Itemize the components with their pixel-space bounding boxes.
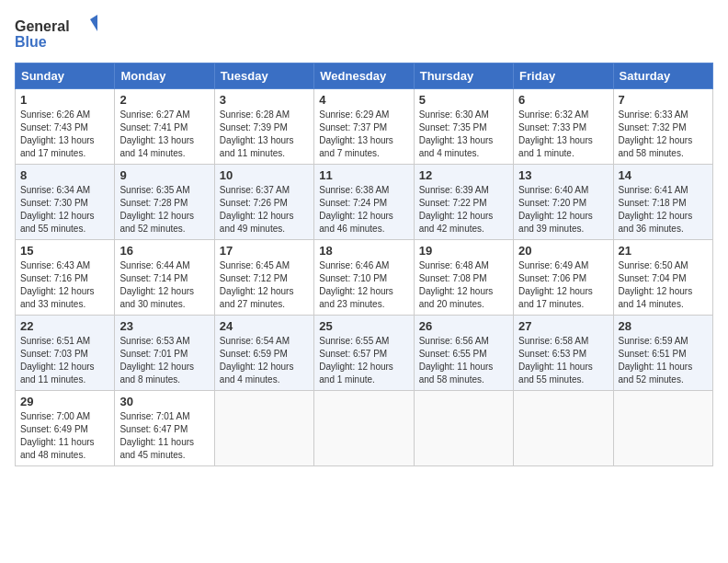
header-day-friday: Friday	[514, 63, 613, 89]
day-number: 14	[619, 168, 708, 182]
logo-icon: GeneralBlue	[15, 15, 97, 52]
week-row-4: 22Sunrise: 6:51 AM Sunset: 7:03 PM Dayli…	[16, 316, 713, 391]
day-info: Sunrise: 6:29 AM Sunset: 7:37 PM Dayligh…	[319, 109, 408, 160]
day-cell: 20Sunrise: 6:49 AM Sunset: 7:06 PM Dayli…	[514, 240, 613, 316]
header-day-thursday: Thursday	[414, 63, 513, 89]
day-cell: 4Sunrise: 6:29 AM Sunset: 7:37 PM Daylig…	[314, 89, 414, 165]
day-cell: 19Sunrise: 6:48 AM Sunset: 7:08 PM Dayli…	[414, 240, 513, 316]
day-info: Sunrise: 6:35 AM Sunset: 7:28 PM Dayligh…	[119, 184, 209, 236]
day-cell: 11Sunrise: 6:38 AM Sunset: 7:24 PM Dayli…	[314, 165, 414, 240]
day-number: 22	[20, 319, 109, 333]
day-number: 19	[419, 244, 508, 258]
day-number: 27	[518, 319, 608, 333]
day-info: Sunrise: 6:53 AM Sunset: 7:01 PM Dayligh…	[119, 335, 209, 386]
day-cell: 30Sunrise: 7:01 AM Sunset: 6:47 PM Dayli…	[115, 391, 214, 466]
day-number: 4	[319, 93, 408, 107]
day-info: Sunrise: 6:30 AM Sunset: 7:35 PM Dayligh…	[419, 109, 508, 160]
day-number: 12	[419, 168, 508, 182]
day-cell: 2Sunrise: 6:27 AM Sunset: 7:41 PM Daylig…	[115, 89, 214, 165]
logo: GeneralBlue	[15, 15, 97, 52]
header-day-sunday: Sunday	[16, 63, 115, 89]
day-info: Sunrise: 6:32 AM Sunset: 7:33 PM Dayligh…	[518, 109, 608, 160]
day-cell: 12Sunrise: 6:39 AM Sunset: 7:22 PM Dayli…	[414, 165, 513, 240]
day-number: 28	[619, 319, 708, 333]
svg-text:General: General	[15, 18, 70, 34]
week-row-2: 8Sunrise: 6:34 AM Sunset: 7:30 PM Daylig…	[16, 165, 713, 240]
day-info: Sunrise: 6:33 AM Sunset: 7:32 PM Dayligh…	[619, 109, 708, 160]
day-info: Sunrise: 6:54 AM Sunset: 6:59 PM Dayligh…	[220, 335, 309, 386]
day-info: Sunrise: 6:28 AM Sunset: 7:39 PM Dayligh…	[220, 109, 309, 160]
day-cell: 27Sunrise: 6:58 AM Sunset: 6:53 PM Dayli…	[514, 316, 613, 391]
day-number: 29	[20, 395, 109, 408]
day-info: Sunrise: 6:59 AM Sunset: 6:51 PM Dayligh…	[619, 335, 708, 386]
day-cell	[414, 391, 513, 466]
day-info: Sunrise: 6:38 AM Sunset: 7:24 PM Dayligh…	[319, 184, 408, 236]
day-number: 23	[119, 319, 209, 333]
day-cell: 3Sunrise: 6:28 AM Sunset: 7:39 PM Daylig…	[214, 89, 313, 165]
day-number: 13	[518, 168, 608, 182]
svg-text:Blue: Blue	[15, 34, 47, 50]
day-info: Sunrise: 6:50 AM Sunset: 7:04 PM Dayligh…	[619, 259, 708, 311]
day-number: 26	[419, 319, 508, 333]
day-number: 15	[20, 244, 109, 258]
day-cell	[214, 391, 313, 466]
day-cell: 10Sunrise: 6:37 AM Sunset: 7:26 PM Dayli…	[214, 165, 313, 240]
header-row: SundayMondayTuesdayWednesdayThursdayFrid…	[16, 63, 713, 89]
day-cell: 26Sunrise: 6:56 AM Sunset: 6:55 PM Dayli…	[414, 316, 513, 391]
day-cell: 7Sunrise: 6:33 AM Sunset: 7:32 PM Daylig…	[613, 89, 712, 165]
day-cell: 25Sunrise: 6:55 AM Sunset: 6:57 PM Dayli…	[314, 316, 414, 391]
day-number: 9	[119, 168, 209, 182]
day-info: Sunrise: 6:26 AM Sunset: 7:43 PM Dayligh…	[20, 109, 109, 160]
day-number: 3	[220, 93, 309, 107]
day-number: 1	[20, 93, 109, 107]
header: GeneralBlue	[15, 15, 713, 52]
day-info: Sunrise: 7:01 AM Sunset: 6:47 PM Dayligh…	[119, 410, 209, 462]
day-info: Sunrise: 6:56 AM Sunset: 6:55 PM Dayligh…	[419, 335, 508, 386]
day-cell: 15Sunrise: 6:43 AM Sunset: 7:16 PM Dayli…	[16, 240, 115, 316]
day-cell: 18Sunrise: 6:46 AM Sunset: 7:10 PM Dayli…	[314, 240, 414, 316]
day-number: 17	[220, 244, 309, 258]
day-info: Sunrise: 6:41 AM Sunset: 7:18 PM Dayligh…	[619, 184, 708, 236]
day-cell: 29Sunrise: 7:00 AM Sunset: 6:49 PM Dayli…	[16, 391, 115, 466]
day-cell: 9Sunrise: 6:35 AM Sunset: 7:28 PM Daylig…	[115, 165, 214, 240]
day-info: Sunrise: 6:40 AM Sunset: 7:20 PM Dayligh…	[518, 184, 608, 236]
day-cell: 14Sunrise: 6:41 AM Sunset: 7:18 PM Dayli…	[613, 165, 712, 240]
day-cell	[314, 391, 414, 466]
day-cell: 24Sunrise: 6:54 AM Sunset: 6:59 PM Dayli…	[214, 316, 313, 391]
svg-marker-2	[90, 15, 97, 31]
day-info: Sunrise: 6:45 AM Sunset: 7:12 PM Dayligh…	[220, 259, 309, 311]
day-number: 5	[419, 93, 508, 107]
day-info: Sunrise: 6:48 AM Sunset: 7:08 PM Dayligh…	[419, 259, 508, 311]
day-info: Sunrise: 6:44 AM Sunset: 7:14 PM Dayligh…	[119, 259, 209, 311]
day-cell: 23Sunrise: 6:53 AM Sunset: 7:01 PM Dayli…	[115, 316, 214, 391]
day-cell: 22Sunrise: 6:51 AM Sunset: 7:03 PM Dayli…	[16, 316, 115, 391]
day-number: 2	[119, 93, 209, 107]
calendar-table: SundayMondayTuesdayWednesdayThursdayFrid…	[15, 63, 713, 466]
day-number: 25	[319, 319, 408, 333]
day-number: 16	[119, 244, 209, 258]
day-number: 20	[518, 244, 608, 258]
day-info: Sunrise: 6:37 AM Sunset: 7:26 PM Dayligh…	[220, 184, 309, 236]
header-day-tuesday: Tuesday	[214, 63, 313, 89]
header-day-wednesday: Wednesday	[314, 63, 414, 89]
calendar-body: 1Sunrise: 6:26 AM Sunset: 7:43 PM Daylig…	[16, 89, 713, 466]
calendar-header: SundayMondayTuesdayWednesdayThursdayFrid…	[16, 63, 713, 89]
day-number: 18	[319, 244, 408, 258]
day-cell: 13Sunrise: 6:40 AM Sunset: 7:20 PM Dayli…	[514, 165, 613, 240]
day-info: Sunrise: 6:43 AM Sunset: 7:16 PM Dayligh…	[20, 259, 109, 311]
day-info: Sunrise: 6:51 AM Sunset: 7:03 PM Dayligh…	[20, 335, 109, 386]
day-info: Sunrise: 6:55 AM Sunset: 6:57 PM Dayligh…	[319, 335, 408, 386]
day-cell: 17Sunrise: 6:45 AM Sunset: 7:12 PM Dayli…	[214, 240, 313, 316]
header-day-saturday: Saturday	[613, 63, 712, 89]
day-number: 8	[20, 168, 109, 182]
day-cell: 8Sunrise: 6:34 AM Sunset: 7:30 PM Daylig…	[16, 165, 115, 240]
day-cell	[514, 391, 613, 466]
day-info: Sunrise: 6:39 AM Sunset: 7:22 PM Dayligh…	[419, 184, 508, 236]
day-number: 6	[518, 93, 608, 107]
day-number: 10	[220, 168, 309, 182]
day-number: 30	[119, 395, 209, 408]
week-row-5: 29Sunrise: 7:00 AM Sunset: 6:49 PM Dayli…	[16, 391, 713, 466]
day-number: 21	[619, 244, 708, 258]
day-number: 7	[619, 93, 708, 107]
day-cell: 5Sunrise: 6:30 AM Sunset: 7:35 PM Daylig…	[414, 89, 513, 165]
